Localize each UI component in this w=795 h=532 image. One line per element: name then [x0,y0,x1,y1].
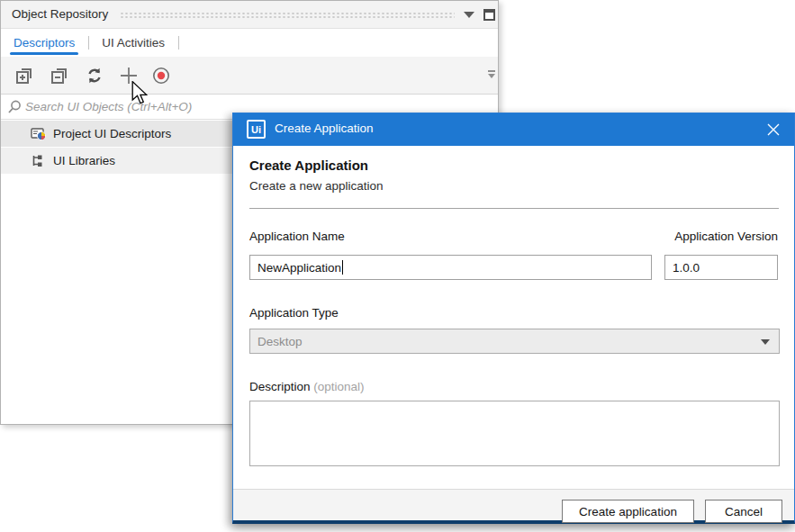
dropdown-arrow-icon [761,339,770,345]
dialog-title: Create Application [275,122,374,135]
chevron-down-icon[interactable] [464,12,474,18]
project-ui-descriptors-icon [31,127,47,141]
ui-libraries-icon [31,154,47,168]
drag-grip[interactable] [120,12,455,19]
search-icon [7,99,23,114]
create-application-button[interactable]: Create application [562,500,694,523]
search-input[interactable] [25,95,259,118]
tab-descriptors[interactable]: Descriptors [12,29,77,57]
add-button[interactable] [118,65,140,86]
application-type-label: Application Type [249,306,339,320]
divider [249,208,779,209]
application-type-dropdown[interactable]: Desktop [249,329,780,354]
close-icon [767,123,780,136]
dialog-titlebar[interactable]: Ui Create Application [233,113,794,146]
panel-tabs: Descriptors UI Activities [1,29,498,57]
application-version-label: Application Version [674,230,778,243]
application-name-input[interactable]: NewApplication [249,255,652,280]
expand-all-button[interactable] [14,65,35,86]
add-icon [119,66,139,86]
collapse-all-button[interactable] [49,65,70,86]
create-application-dialog: Ui Create Application Create Application… [232,113,795,524]
description-label: Description (optional) [249,380,365,393]
panel-header: Object Repository [1,1,498,29]
dialog-heading: Create Application [249,158,368,173]
refresh-button[interactable] [84,65,105,86]
panel-toolbar [1,57,498,95]
text-caret [342,260,343,275]
optional-hint: (optional) [313,380,364,393]
tree-item-label: Project UI Descriptors [53,127,171,140]
tab-separator [88,36,89,50]
tab-ui-activities[interactable]: UI Activities [100,29,167,57]
refresh-icon [85,66,104,86]
panel-title: Object Repository [12,7,108,21]
description-textarea[interactable] [249,401,780,466]
record-icon [151,66,171,86]
screen: Object Repository Descriptors UI Activit… [0,0,795,532]
application-version-input[interactable]: 1.0.0 [664,255,778,280]
tab-separator [178,36,179,50]
record-button[interactable] [150,65,172,86]
dialog-footer: Create application Cancel [233,489,794,520]
tab-label: Descriptors [14,36,75,50]
window-icon[interactable] [483,9,495,21]
dialog-subheading: Create a new application [249,179,384,193]
collapse-all-icon [50,66,69,86]
toolbar-overflow-icon[interactable] [487,70,496,81]
tree-item-label: UI Libraries [53,154,115,167]
tab-label: UI Activities [102,36,165,50]
uipath-logo-icon: Ui [247,120,266,139]
expand-all-icon [14,66,34,86]
close-button[interactable] [763,120,783,140]
cancel-button[interactable]: Cancel [705,500,782,523]
application-name-label: Application Name [249,230,345,243]
